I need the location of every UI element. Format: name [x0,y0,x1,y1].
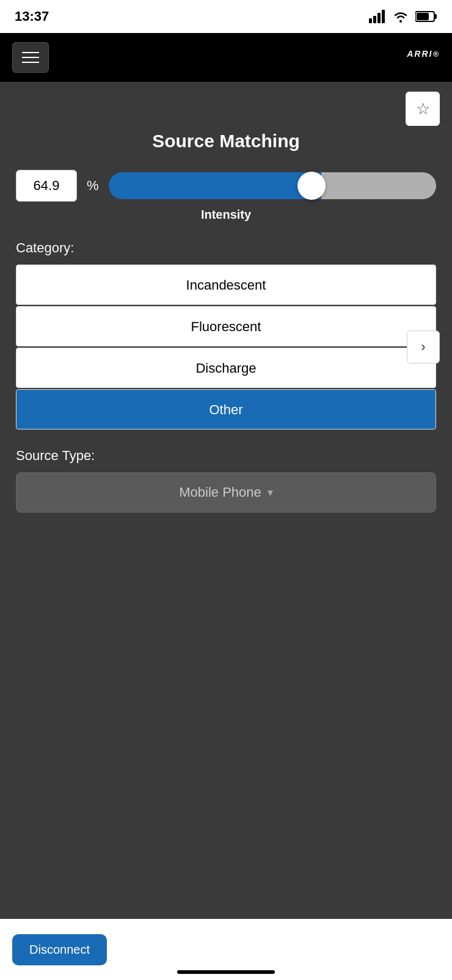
source-type-dropdown[interactable]: Mobile Phone ▾ [16,472,436,513]
page-title: Source Matching [16,131,436,152]
arri-logo: ARRI® [407,46,440,69]
menu-button[interactable] [12,42,49,73]
menu-line-2 [22,57,39,58]
category-section: Incandescent Fluorescent Discharge Other… [16,265,436,430]
bottom-area [0,725,452,920]
svg-rect-3 [382,10,385,23]
category-label: Category: [16,240,436,256]
intensity-value: 64.9 [34,178,60,194]
nav-bar: ARRI® [0,33,452,82]
intensity-percent: % [87,178,99,194]
source-type-section: Source Type: Mobile Phone ▾ [16,448,436,513]
svg-rect-6 [434,14,437,19]
disconnect-button[interactable]: Disconnect [12,934,107,965]
category-arrow-button[interactable]: › [407,331,440,364]
status-bar: 13:37 [0,0,452,33]
dropdown-arrow-icon: ▾ [268,486,273,499]
category-discharge[interactable]: Discharge [16,348,436,388]
source-type-label: Source Type: [16,448,436,464]
battery-icon [415,10,437,23]
menu-line-1 [22,52,39,53]
intensity-label: Intensity [16,208,436,222]
favorite-button[interactable]: ☆ [406,92,440,126]
signal-icon [369,10,386,23]
category-incandescent[interactable]: Incandescent [16,265,436,305]
menu-line-3 [22,62,39,63]
main-content: ☆ Source Matching 64.9 % Intensity Categ… [0,82,452,725]
category-other[interactable]: Other [16,389,436,430]
intensity-row: 64.9 % [16,170,436,202]
svg-rect-1 [373,16,376,23]
home-indicator [177,970,275,974]
category-fluorescent[interactable]: Fluorescent [16,306,436,346]
slider-thumb [297,172,326,200]
svg-point-4 [399,20,402,23]
slider-container[interactable] [109,170,436,202]
slider-track [109,172,436,199]
intensity-value-box: 64.9 [16,170,77,202]
svg-rect-2 [377,13,381,23]
intensity-section: 64.9 % Intensity [16,170,436,222]
status-icons [369,10,437,23]
wifi-icon [392,10,409,23]
status-time: 13:37 [15,9,49,24]
bottom-bar: Disconnect [0,919,452,980]
source-type-value: Mobile Phone [179,485,261,500]
svg-rect-0 [369,18,372,23]
svg-rect-7 [417,13,429,20]
